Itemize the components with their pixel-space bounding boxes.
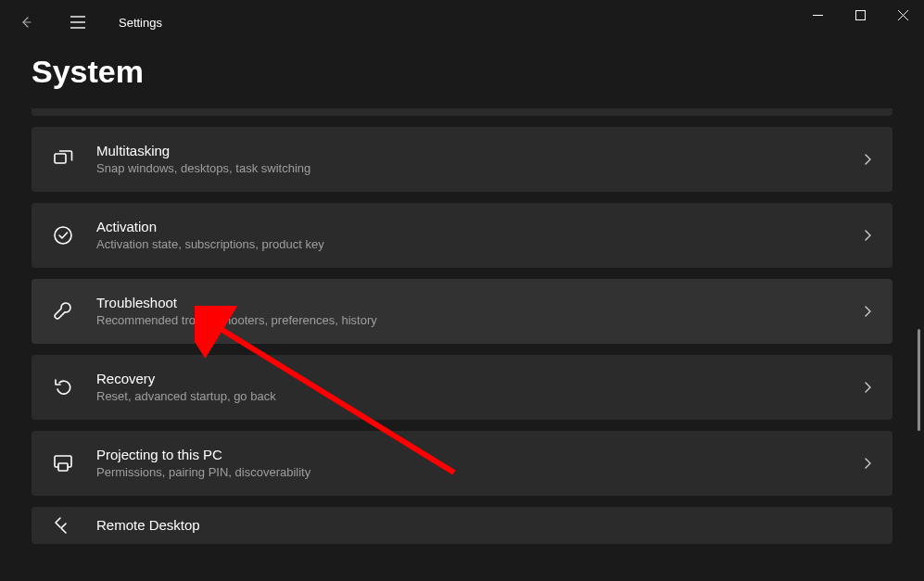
settings-content: Multitasking Snap windows, desktops, tas… — [0, 108, 924, 580]
row-desc: Activation state, subscriptions, product… — [96, 237, 861, 253]
svg-rect-4 — [855, 10, 865, 19]
scrollbar-thumb[interactable] — [918, 329, 920, 431]
close-button[interactable] — [881, 0, 924, 30]
partial-row-top[interactable] — [32, 108, 892, 116]
row-desc: Snap windows, desktops, task switching — [96, 161, 861, 177]
app-title: Settings — [119, 16, 162, 30]
row-desc: Permissions, pairing PIN, discoverabilit… — [96, 465, 861, 481]
svg-point-8 — [55, 227, 71, 244]
row-desc: Recommended troubleshooters, preferences… — [96, 313, 861, 329]
multitasking-icon — [50, 146, 76, 172]
remote-desktop-icon — [50, 512, 76, 538]
chevron-right-icon — [861, 305, 874, 318]
svg-rect-10 — [58, 463, 68, 471]
setting-row-recovery[interactable]: Recovery Reset, advanced startup, go bac… — [32, 355, 892, 420]
recovery-icon — [50, 374, 76, 400]
minimize-button[interactable] — [796, 0, 839, 30]
row-title: Projecting to this PC — [96, 446, 861, 464]
maximize-button[interactable] — [839, 0, 881, 30]
row-title: Troubleshoot — [96, 294, 861, 312]
row-title: Multitasking — [96, 142, 861, 160]
setting-row-projecting[interactable]: Projecting to this PC Permissions, pairi… — [32, 431, 892, 496]
troubleshoot-icon — [50, 298, 76, 324]
row-title: Remote Desktop — [96, 516, 874, 535]
setting-row-troubleshoot[interactable]: Troubleshoot Recommended troubleshooters… — [32, 279, 892, 344]
row-title: Recovery — [96, 370, 861, 388]
chevron-right-icon — [861, 457, 874, 470]
hamburger-menu-button[interactable] — [59, 4, 96, 41]
row-desc: Reset, advanced startup, go back — [96, 389, 861, 405]
chevron-right-icon — [861, 229, 874, 242]
setting-row-activation[interactable]: Activation Activation state, subscriptio… — [32, 203, 892, 268]
row-title: Activation — [96, 218, 861, 236]
page-title: System — [0, 44, 924, 108]
activation-icon — [50, 222, 76, 248]
chevron-right-icon — [861, 153, 874, 166]
window-controls — [796, 0, 924, 37]
projecting-icon — [50, 450, 76, 476]
titlebar: Settings — [0, 0, 924, 44]
chevron-right-icon — [861, 381, 874, 394]
setting-row-multitasking[interactable]: Multitasking Snap windows, desktops, tas… — [32, 127, 892, 192]
setting-row-remote-desktop[interactable]: Remote Desktop — [32, 507, 892, 544]
svg-rect-7 — [55, 154, 66, 163]
back-button[interactable] — [7, 4, 44, 41]
